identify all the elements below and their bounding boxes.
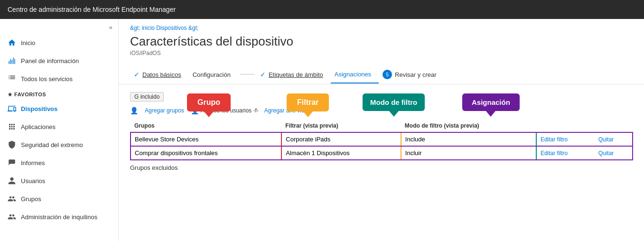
row2-action1[interactable]: Editar filtro — [536, 146, 595, 160]
step-number-icon: 5 — [383, 70, 392, 79]
home-icon — [8, 38, 16, 47]
star-icon: ★ — [8, 92, 13, 97]
add-all-users-text: A todos los usuarios -f- — [201, 107, 259, 114]
step-asignaciones[interactable]: Asignaciones — [331, 65, 379, 83]
chart-icon — [8, 56, 16, 65]
reports-icon — [8, 158, 16, 167]
admin-icon — [8, 213, 16, 221]
action-buttons-row: 👤 Agregar grupos 👤 A todos los usuarios … — [130, 105, 633, 116]
page-title: Características del dispositivo — [119, 32, 644, 50]
sidebar-item-panel[interactable]: Panel de información — [0, 52, 118, 70]
user-group-icon: 👤 — [130, 107, 138, 114]
check-icon-2: ✓ — [260, 71, 266, 78]
table-row: Comprar dispositivos frontales Almacén 1… — [131, 146, 633, 160]
sidebar-item-dispositivos[interactable]: Dispositivos — [0, 100, 118, 118]
user-icon — [8, 176, 16, 185]
step-label: Revisar y crear — [395, 71, 436, 78]
breadcrumb-text: &gt; inicio Dispositivos &gt; — [130, 25, 198, 31]
breadcrumb: &gt; inicio Dispositivos &gt; — [119, 19, 644, 32]
sidebar-item-label: Inicio — [21, 39, 35, 46]
remove-btn-1[interactable]: Quitar — [598, 136, 614, 143]
group-tag: G incluido — [130, 92, 164, 102]
row2-mode: Incluir — [401, 146, 536, 160]
row1-mode: Include — [401, 132, 536, 146]
sidebar-item-label: Seguridad del extremo — [21, 141, 83, 148]
sidebar-item-label: Informes — [21, 159, 45, 167]
check-icon: ✓ — [134, 71, 140, 78]
step-label: Configuración — [193, 71, 231, 78]
sidebar-item-label: Administración de inquilinos — [21, 213, 97, 221]
step-label: Datos básicos — [142, 71, 181, 78]
sidebar-item-label: Todos los servicios — [21, 75, 73, 83]
sidebar-item-label: Panel de información — [21, 57, 79, 65]
sidebar-item-label: Grupos — [21, 195, 41, 203]
group-header-row: G incluido — [130, 92, 633, 102]
list-icon — [8, 74, 16, 83]
sidebar-item-grupos[interactable]: Grupos — [0, 190, 118, 208]
table-row: Bellevue Store Devices Corporate iPads I… — [131, 132, 633, 146]
step-datos-basicos[interactable]: ✓ Datos básicos — [130, 65, 189, 83]
row1-action2[interactable]: Quitar — [595, 132, 633, 146]
col-action1 — [536, 120, 595, 132]
step-revisar[interactable]: 5 Revisar y crear — [379, 64, 444, 84]
sidebar-item-label: Usuarios — [21, 177, 45, 185]
table-area: G incluido 👤 Agregar grupos 👤 A todos lo… — [119, 84, 644, 179]
sidebar-item-aplicaciones[interactable]: Aplicaciones — [0, 118, 118, 136]
favorites-section: ★ FAVORITOS — [0, 88, 118, 100]
apps-icon — [8, 122, 16, 131]
step-label: Etiquetas de ámbito — [269, 71, 323, 78]
row1-filter: Corporate iPads — [281, 132, 401, 146]
sidebar: « Inicio Panel de información Todos los … — [0, 19, 119, 241]
sidebar-item-label: Dispositivos — [21, 105, 57, 112]
row1-action1[interactable]: Editar filtro — [536, 132, 595, 146]
row2-filter: Almacén 1 Dispositivos — [281, 146, 401, 160]
edit-filter-btn-1[interactable]: Editar filtro — [541, 136, 568, 143]
topbar-title: Centro de administración de Microsoft En… — [8, 6, 176, 13]
remove-btn-2[interactable]: Quitar — [598, 150, 614, 157]
sidebar-item-label: Aplicaciones — [21, 123, 56, 130]
row2-group: Comprar dispositivos frontales — [131, 146, 281, 160]
sidebar-item-admin[interactable]: Administración de inquilinos — [0, 208, 118, 226]
steps-bar: ✓ Datos básicos Configuración ✓ Etiqueta… — [119, 64, 644, 84]
row1-group: Bellevue Store Devices — [131, 132, 281, 146]
step-configuracion[interactable]: Configuración — [189, 65, 238, 83]
shield-icon — [8, 140, 16, 149]
col-modo: Modo de filtro (vista previa) — [401, 120, 536, 132]
groups-icon — [8, 195, 16, 203]
step-etiquetas[interactable]: ✓ Etiquetas de ámbito — [256, 65, 331, 83]
edit-filter-btn-2[interactable]: Editar filtro — [541, 150, 568, 157]
col-grupos: Grupos — [131, 120, 281, 132]
step-label: Asignaciones — [335, 71, 371, 78]
devices-icon — [8, 104, 16, 113]
assignments-table: Grupos Filtrar (vista previa) Modo de fi… — [130, 120, 633, 160]
add-groups-btn[interactable]: Agregar grupos — [140, 105, 189, 116]
topbar: Centro de administración de Microsoft En… — [0, 0, 644, 19]
page-subtitle: iOS/iPadOS — [119, 50, 644, 64]
sidebar-item-seguridad[interactable]: Seguridad del extremo — [0, 136, 118, 154]
sidebar-item-informes[interactable]: Informes — [0, 154, 118, 172]
add-airstrip-text: Agregar aire vicios — [264, 107, 311, 114]
col-action2 — [595, 120, 633, 132]
main-content: &gt; inicio Dispositivos &gt; Caracterís… — [119, 19, 644, 241]
sidebar-item-inicio[interactable]: Inicio — [0, 34, 118, 52]
row2-action2[interactable]: Quitar — [595, 146, 633, 160]
col-filtrar: Filtrar (vista previa) — [281, 120, 401, 132]
sidebar-item-servicios[interactable]: Todos los servicios — [0, 70, 118, 88]
excluded-groups-label: Grupos excluidos — [130, 160, 633, 171]
sidebar-collapse-btn[interactable]: « — [0, 21, 118, 34]
sidebar-item-usuarios[interactable]: Usuarios — [0, 172, 118, 190]
user-group-icon-2: 👤 — [191, 107, 199, 114]
